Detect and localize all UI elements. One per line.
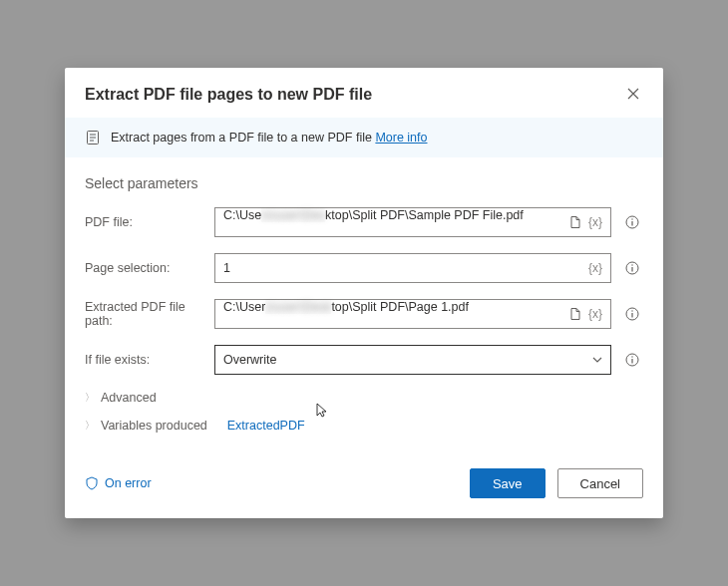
section-title: Select parameters (85, 175, 643, 191)
svg-point-8 (631, 310, 632, 311)
close-icon (627, 88, 639, 100)
variable-picker-icon[interactable]: {x} (588, 261, 602, 275)
info-icon (625, 261, 639, 275)
file-picker-icon[interactable] (568, 307, 582, 321)
label-if-file-exists: If file exists: (85, 353, 214, 367)
label-page-selection: Page selection: (85, 261, 214, 275)
pdf-file-value: C:\Users\user\Desktop\Split PDF\Sample P… (215, 208, 560, 236)
advanced-expander[interactable]: 〉 Advanced (85, 391, 643, 405)
more-info-link[interactable]: More info (375, 131, 427, 145)
input-extracted-path[interactable]: C:\Users\user\Desktop\Split PDF\Page 1.p… (214, 299, 611, 329)
label-pdf-file: PDF file: (85, 215, 214, 229)
row-page-selection: Page selection: {x} (85, 253, 643, 283)
dialog: Extract PDF file pages to new PDF file E… (65, 68, 663, 518)
info-button[interactable] (621, 307, 643, 321)
variables-produced-label: Variables produced (101, 419, 207, 433)
svg-point-5 (631, 264, 632, 265)
variable-picker-icon[interactable]: {x} (588, 215, 602, 229)
input-pdf-file[interactable]: C:\Users\user\Desktop\Split PDF\Sample P… (214, 207, 611, 237)
info-text: Extract pages from a PDF file to a new P… (111, 131, 428, 145)
pdf-icon (85, 130, 101, 146)
info-button[interactable] (621, 261, 643, 275)
extracted-path-value: C:\Users\user\Desktop\Split PDF\Page 1.p… (215, 300, 560, 328)
info-bar: Extract pages from a PDF file to a new P… (65, 118, 663, 157)
page-selection-field[interactable] (215, 254, 580, 282)
dialog-body: Select parameters PDF file: C:\Users\use… (65, 157, 663, 454)
dialog-header: Extract PDF file pages to new PDF file (65, 68, 663, 118)
if-file-exists-value: Overwrite (215, 346, 584, 374)
variables-produced-expander[interactable]: 〉 Variables produced ExtractedPDF (85, 419, 643, 433)
row-extracted-path: Extracted PDF file path: C:\Users\user\D… (85, 299, 643, 329)
file-picker-icon[interactable] (568, 215, 582, 229)
svg-point-2 (631, 218, 632, 219)
svg-rect-3 (631, 221, 632, 226)
svg-rect-6 (631, 267, 632, 272)
chevron-down-icon (584, 353, 610, 368)
svg-point-11 (631, 356, 632, 357)
dialog-footer: On error Save Cancel (65, 454, 663, 518)
info-icon (625, 307, 639, 321)
info-icon (625, 215, 639, 229)
row-if-file-exists: If file exists: Overwrite (85, 345, 643, 375)
close-button[interactable] (623, 86, 643, 104)
svg-rect-12 (631, 359, 632, 364)
on-error-label: On error (105, 476, 152, 490)
dialog-title: Extract PDF file pages to new PDF file (85, 86, 372, 104)
select-if-file-exists[interactable]: Overwrite (214, 345, 611, 375)
on-error-link[interactable]: On error (85, 476, 152, 490)
svg-rect-9 (631, 313, 632, 318)
input-page-selection[interactable]: {x} (214, 253, 611, 283)
shield-icon (85, 476, 99, 490)
info-button[interactable] (621, 353, 643, 367)
label-extracted-path: Extracted PDF file path: (85, 300, 214, 328)
variable-link[interactable]: ExtractedPDF (227, 419, 305, 433)
cancel-button[interactable]: Cancel (557, 468, 643, 498)
chevron-right-icon: 〉 (85, 391, 95, 405)
advanced-label: Advanced (101, 391, 157, 405)
info-icon (625, 353, 639, 367)
variable-picker-icon[interactable]: {x} (588, 307, 602, 321)
chevron-right-icon: 〉 (85, 419, 95, 433)
info-button[interactable] (621, 215, 643, 229)
save-button[interactable]: Save (470, 468, 546, 498)
row-pdf-file: PDF file: C:\Users\user\Desktop\Split PD… (85, 207, 643, 237)
